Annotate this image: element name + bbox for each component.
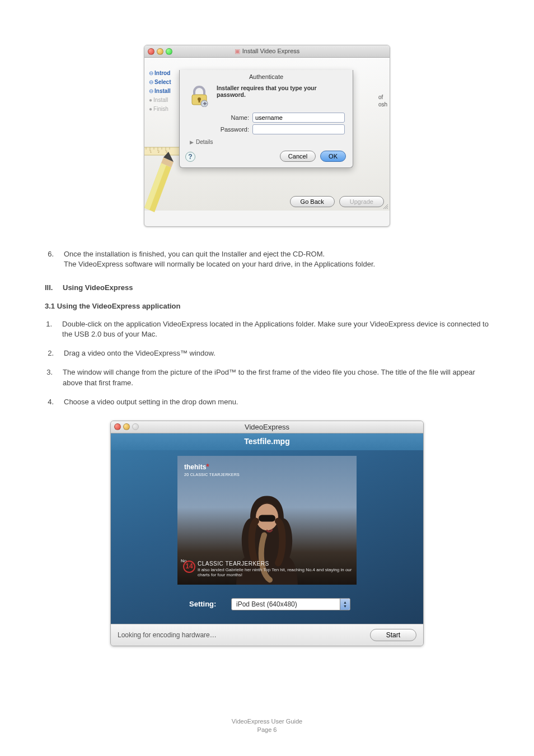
help-button[interactable]: ? [185, 152, 195, 162]
installer-titlebar: ▣Install Video Express [144, 45, 390, 58]
package-icon: ▣ [235, 48, 240, 54]
dropdown-arrows-icon: ▲▼ [340, 599, 350, 610]
name-row: Name: [214, 113, 345, 123]
list-item-6: 6. Once the installation is finished, yo… [45, 249, 489, 269]
rank-badge: 14 [183, 561, 195, 573]
authenticate-subtitle: Authenticate [188, 73, 345, 80]
installer-body: ⊖Introd ⊖Select ⊖Install ●Install ●Finis… [144, 58, 390, 211]
filename-label: Testfile.mpg [111, 433, 423, 450]
authenticate-sheet: Authenticate Installer requires that you… [179, 70, 353, 168]
clipped-background-text: of osh [378, 94, 387, 108]
videoexpress-titlebar: VideoExpress [111, 421, 423, 433]
upgrade-button[interactable]: Upgrade [339, 196, 384, 207]
password-label: Password: [214, 126, 249, 133]
list-item-3: 3. The window will change from the pictu… [45, 367, 489, 388]
videoexpress-body: Testfile.mpg thehits* 20 CLASSIC TEARJER… [111, 433, 423, 624]
lock-icon [188, 83, 211, 107]
item-3-text: The window will change from the picture … [63, 367, 489, 388]
ok-button[interactable]: OK [320, 151, 346, 162]
start-button[interactable]: Start [370, 629, 416, 641]
item-6-text: Once the installation is finished, you c… [64, 249, 375, 269]
item-number: 4. [45, 397, 54, 407]
item-4-text: Choose a video output setting in the dro… [64, 397, 238, 407]
step-finish: ●Finish [149, 105, 177, 114]
name-input[interactable] [252, 113, 345, 123]
password-input[interactable] [252, 124, 345, 134]
footer-title: VideoExpress User Guide [0, 717, 534, 725]
go-back-button[interactable]: Go Back [290, 196, 335, 207]
status-text: Looking for encoding hardware… [118, 631, 217, 639]
svg-rect-19 [199, 100, 200, 102]
svg-line-23 [387, 208, 388, 209]
details-label: Details [196, 139, 213, 145]
disclosure-triangle-icon: ▶ [190, 139, 194, 145]
installer-steps: ⊖Introd ⊖Select ⊖Install ●Install ●Finis… [144, 58, 179, 211]
section-heading: III. Using VideoExpress [45, 283, 489, 293]
step-installing: ●Install [149, 96, 177, 105]
status-bar: Looking for encoding hardware… Start [111, 624, 423, 646]
details-disclosure[interactable]: ▶ Details [190, 139, 345, 145]
setting-label: Setting: [189, 600, 226, 608]
item-number: 6. [45, 249, 54, 269]
footer-page: Page 6 [0, 726, 534, 734]
authenticate-prompt: Installer requires that you type your pa… [217, 83, 345, 98]
list-item-2: 2. Drag a video onto the VideoExpress™ w… [45, 348, 489, 358]
password-row: Password: [214, 124, 345, 134]
step-select: ⊖Select [149, 78, 177, 87]
resize-grip-icon[interactable] [382, 203, 388, 209]
video-preview: thehits* 20 CLASSIC TEARJERKERS No 14 CL… [177, 456, 357, 585]
item-1-text: Double-click on the application VideoExp… [62, 319, 489, 339]
cancel-button[interactable]: Cancel [280, 151, 316, 162]
lower-third-sub: It also landed Gabrielle her ninth Top T… [183, 567, 357, 578]
svg-rect-25 [259, 515, 275, 521]
installer-title: ▣Install Video Express [144, 48, 390, 55]
section-title: Using VideoExpress [63, 283, 133, 293]
section-roman: III. [45, 283, 58, 293]
lower-third-title: CLASSIC TEARJERKERS [183, 561, 357, 567]
program-logo: thehits* 20 CLASSIC TEARJERKERS [184, 463, 240, 477]
video-lower-third: 14 CLASSIC TEARJERKERS It also landed Ga… [183, 561, 357, 578]
item-number: 2. [45, 348, 54, 358]
setting-dropdown[interactable]: iPod Best (640x480) ▲▼ [231, 598, 350, 610]
name-label: Name: [214, 114, 249, 121]
setting-row: Setting: iPod Best (640x480) ▲▼ [111, 598, 423, 610]
list-item-1: 1. Double-click on the application Video… [45, 319, 489, 339]
videoexpress-window: VideoExpress Testfile.mpg thehits* 20 CL… [110, 421, 424, 646]
item-2-text: Drag a video onto the VideoExpress™ wind… [64, 348, 216, 358]
installer-window: ▣Install Video Express ⊖Introd ⊖Select ⊖… [144, 45, 390, 227]
item-number: 1. [45, 319, 52, 339]
installer-title-text: Install Video Express [242, 48, 300, 54]
setting-value: iPod Best (640x480) [236, 600, 297, 608]
subsection-heading: 3.1 Using the VideoExpress application [45, 301, 489, 311]
step-install-type: ⊖Install [149, 87, 177, 96]
item-number: 3. [45, 367, 53, 388]
list-item-4: 4. Choose a video output setting in the … [45, 397, 489, 407]
videoexpress-title: VideoExpress [111, 423, 423, 431]
page-footer: VideoExpress User Guide Page 6 [0, 717, 534, 734]
step-introduction: ⊖Introd [149, 69, 177, 78]
document-body: 6. Once the installation is finished, yo… [45, 249, 489, 407]
